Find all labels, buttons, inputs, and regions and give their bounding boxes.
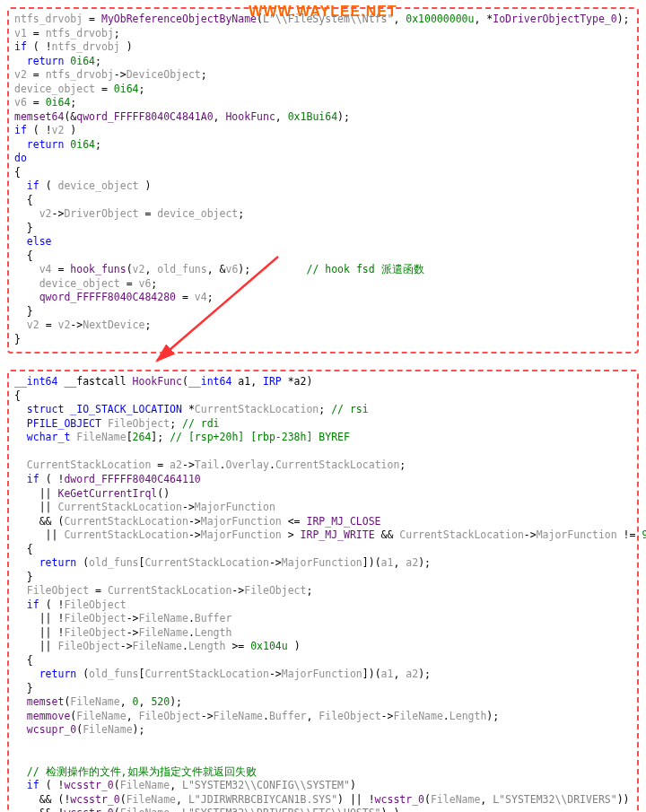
code-block-2: __int64 __fastcall HookFunc(__int64 a1, … [7, 370, 639, 812]
code-block-1: ntfs_drvobj = MyObReferenceObjectByName(… [7, 7, 639, 354]
code-1: ntfs_drvobj = MyObReferenceObjectByName(… [14, 13, 632, 346]
code-2: __int64 __fastcall HookFunc(__int64 a1, … [14, 375, 632, 812]
watermark: WWW.WAYLEE.NET [249, 2, 397, 22]
